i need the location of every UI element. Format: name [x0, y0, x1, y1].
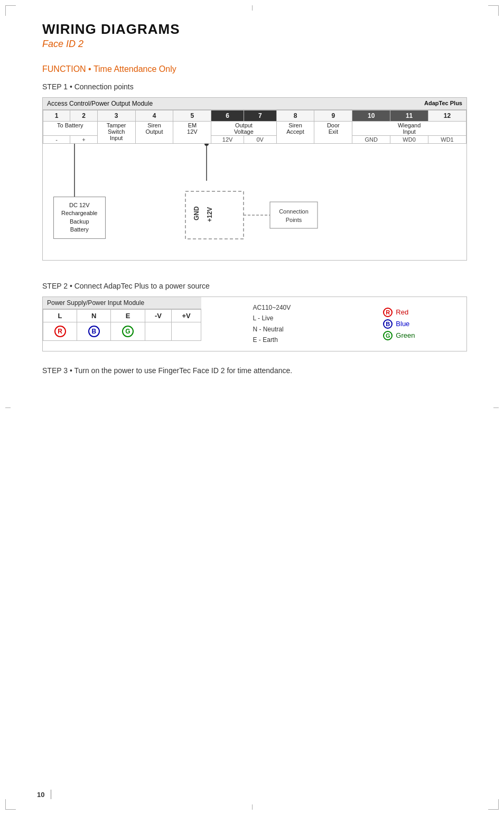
step3-section: STEP 3 • Turn on the power to use Finger…	[42, 366, 467, 375]
page-subtitle: Face ID 2	[42, 39, 467, 50]
ps-circle-r: R	[43, 322, 77, 341]
svg-point-3	[204, 144, 209, 146]
label-em12v: EM12V	[173, 122, 211, 144]
legend-green-text: Green	[396, 331, 415, 339]
svg-text:Connection: Connection	[279, 208, 309, 215]
label-wd0: WD0	[390, 136, 428, 144]
ps-module-header: Power Supply/Power Input Module	[43, 297, 201, 309]
ps-info: AC110~240V L - Live N - Neutral E - Eart…	[201, 297, 466, 351]
legend-r-circle: R	[383, 308, 393, 317]
svg-text:GND: GND	[193, 206, 200, 220]
col-10: 10	[352, 110, 390, 122]
legend-green: G Green	[383, 331, 415, 340]
adaptech-label: AdapTec Plus	[424, 100, 462, 106]
step2-bullet: •	[70, 282, 74, 290]
label-tobattery: To Battery	[43, 122, 98, 136]
legend-g-circle: G	[383, 331, 393, 340]
voltage-line2: L - Live	[253, 313, 291, 323]
ps-circle-empty2	[172, 322, 201, 341]
wiring-lower-section: GND +12V Connection Points DC 12V Rechar…	[43, 144, 466, 260]
corner-mark-tr	[488, 5, 499, 16]
ps-column-row: L N E -V +V	[43, 310, 201, 322]
color-legend: R Red B Blue G Green	[383, 308, 415, 340]
corner-mark-bl	[5, 799, 16, 810]
legend-blue: B Blue	[383, 319, 415, 329]
legend-b-circle: B	[383, 319, 393, 329]
svg-rect-8	[270, 202, 318, 228]
label-output-voltage: OutputVoltage	[211, 122, 276, 136]
label-12v: 12V	[211, 136, 244, 144]
step3-heading: STEP 3 • Turn on the power to use Finger…	[42, 366, 467, 375]
circle-green: G	[122, 326, 134, 337]
corner-mark-tl	[5, 5, 16, 16]
step2-description: Connect AdapTec Plus to a power source	[74, 282, 210, 290]
col-9: 9	[314, 110, 352, 122]
step3-description: Turn on the power to use FingerTec Face …	[74, 366, 292, 375]
ps-circle-b: B	[77, 322, 111, 341]
page: WIRING DIAGRAMS Face ID 2 FUNCTION • Tim…	[0, 0, 504, 815]
battery-line2: Rechargeable	[61, 209, 98, 217]
table-number-row: 1 2 3 4 5 6 7 8 9 10 11 12	[43, 110, 466, 122]
function-bullet: •	[88, 64, 94, 73]
col-1: 1	[43, 110, 70, 122]
ps-table: L N E -V +V R B G	[43, 309, 201, 341]
table-label-row1: To Battery TamperSwitchInput SirenOutput…	[43, 122, 466, 136]
label-plus: +	[70, 136, 97, 144]
page-number-value: 10	[37, 791, 44, 799]
ps-module: Power Supply/Power Input Module L N E -V…	[43, 297, 201, 351]
step1-label: STEP 1	[42, 82, 68, 91]
ps-col-neg: -V	[145, 310, 172, 322]
function-heading: FUNCTION • Time Attendance Only	[42, 64, 467, 74]
side-mark-left	[5, 408, 11, 408]
legend-red-text: Red	[396, 308, 408, 316]
acpm-module-header: Access Control/Power Output Module	[43, 98, 466, 110]
col-3: 3	[97, 110, 135, 122]
col-2: 2	[70, 110, 97, 122]
ps-col-e: E	[111, 310, 145, 322]
circle-red: R	[54, 326, 66, 337]
battery-line4: Battery	[61, 226, 98, 234]
side-mark-top	[252, 5, 253, 11]
step3-label: STEP 3	[42, 366, 68, 375]
voltage-line1: AC110~240V	[253, 302, 291, 313]
side-mark-right	[493, 408, 499, 408]
page-number: 10	[37, 790, 51, 799]
col-12: 12	[428, 110, 466, 122]
label-0v: 0V	[244, 136, 276, 144]
step1-bullet: •	[70, 82, 74, 91]
svg-rect-4	[185, 191, 244, 239]
label-door-exit: DoorExit	[314, 122, 352, 144]
battery-line1: DC 12V	[61, 201, 98, 209]
svg-text:+12V: +12V	[206, 207, 213, 222]
col-6: 6	[211, 110, 244, 122]
col-11: 11	[390, 110, 428, 122]
col-4: 4	[135, 110, 173, 122]
side-mark-bottom	[252, 804, 253, 810]
corner-mark-br	[488, 799, 499, 810]
label-wd1: WD1	[428, 136, 466, 144]
label-tamper: TamperSwitchInput	[97, 122, 135, 144]
ps-col-pos: +V	[172, 310, 201, 322]
ps-circle-g: G	[111, 322, 145, 341]
voltage-info: AC110~240V L - Live N - Neutral E - Eart…	[253, 302, 291, 346]
circle-blue: B	[88, 326, 100, 337]
ps-col-l: L	[43, 310, 77, 322]
battery-box: DC 12V Rechargeable Backup Battery	[53, 197, 106, 239]
step1-heading: STEP 1 • Connection points	[42, 82, 467, 91]
connection-table: 1 2 3 4 5 6 7 8 9 10 11 12 To Battery Ta…	[43, 110, 466, 144]
label-siren-output: SirenOutput	[135, 122, 173, 144]
step2-heading: STEP 2 • Connect AdapTec Plus to a power…	[42, 282, 467, 290]
acpm-diagram: Access Control/Power Output Module AdapT…	[42, 97, 467, 261]
col-8: 8	[276, 110, 314, 122]
voltage-line4: E - Earth	[253, 335, 291, 345]
page-title: WIRING DIAGRAMS	[42, 21, 467, 38]
function-label: FUNCTION	[42, 64, 86, 73]
svg-text:Points: Points	[286, 217, 302, 223]
label-gnd: GND	[352, 136, 390, 144]
ps-col-n: N	[77, 310, 111, 322]
step1-description: Connection points	[74, 82, 134, 91]
step2-section: STEP 2 • Connect AdapTec Plus to a power…	[42, 282, 467, 351]
col-5: 5	[173, 110, 211, 122]
label-siren-accept: SirenAccept	[276, 122, 314, 144]
legend-red: R Red	[383, 308, 415, 317]
